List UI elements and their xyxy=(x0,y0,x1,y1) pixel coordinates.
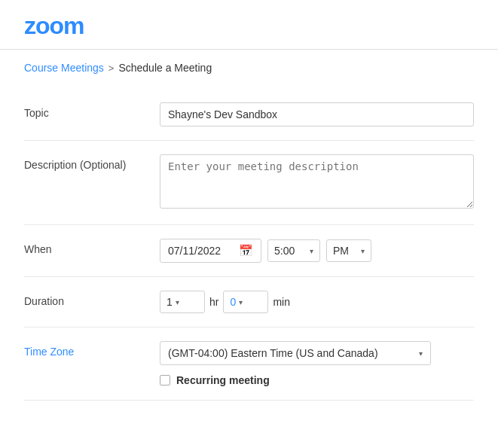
hr-label: hr xyxy=(209,296,218,308)
topic-input[interactable] xyxy=(160,102,474,126)
recurring-row: Recurring meeting xyxy=(160,374,474,386)
hours-select[interactable]: 1 ▾ xyxy=(160,291,205,313)
hours-value: 1 xyxy=(167,296,173,308)
time-value: 5:00 xyxy=(274,245,307,257)
description-label: Description (Optional) xyxy=(24,154,145,171)
duration-field: 1 ▾ hr 0 ▾ min xyxy=(160,291,474,313)
ampm-value: PM xyxy=(333,245,358,257)
timezone-select[interactable]: (GMT-04:00) Eastern Time (US and Canada)… xyxy=(160,341,431,365)
when-field: 📅 5:00 ▾ PM ▾ xyxy=(160,239,474,263)
recurring-checkbox[interactable] xyxy=(160,375,170,386)
calendar-icon: 📅 xyxy=(239,244,253,258)
zoom-logo: zoom xyxy=(24,12,474,40)
min-label: min xyxy=(273,296,290,308)
ampm-select[interactable]: PM ▾ xyxy=(326,239,371,262)
date-input[interactable] xyxy=(168,245,234,257)
when-row: When 📅 5:00 ▾ PM ▾ xyxy=(24,225,474,277)
recurring-label: Recurring meeting xyxy=(176,374,270,386)
form-container: Topic Description (Optional) When 📅 5:00… xyxy=(0,89,498,401)
topic-label: Topic xyxy=(24,102,145,119)
ampm-chevron-icon: ▾ xyxy=(361,247,365,255)
timezone-row: Time Zone (GMT-04:00) Eastern Time (US a… xyxy=(24,328,474,401)
topic-field xyxy=(160,102,474,126)
description-input[interactable] xyxy=(160,154,474,209)
hours-chevron-icon: ▾ xyxy=(176,298,179,306)
time-select[interactable]: 5:00 ▾ xyxy=(267,239,320,262)
time-chevron-icon: ▾ xyxy=(310,247,313,255)
minutes-value: 0 xyxy=(230,296,236,308)
breadcrumb-separator: > xyxy=(108,62,115,74)
duration-row: Duration 1 ▾ hr 0 ▾ min xyxy=(24,277,474,328)
description-field xyxy=(160,154,474,211)
minutes-select[interactable]: 0 ▾ xyxy=(223,291,268,313)
timezone-chevron-icon: ▾ xyxy=(419,349,423,358)
breadcrumb: Course Meetings > Schedule a Meeting xyxy=(0,50,498,89)
breadcrumb-current: Schedule a Meeting xyxy=(118,62,212,74)
timezone-field: (GMT-04:00) Eastern Time (US and Canada)… xyxy=(160,341,474,386)
when-label: When xyxy=(24,239,145,255)
date-input-wrapper[interactable]: 📅 xyxy=(160,239,261,263)
breadcrumb-link[interactable]: Course Meetings xyxy=(24,62,104,74)
duration-label: Duration xyxy=(24,291,145,307)
description-row: Description (Optional) xyxy=(24,141,474,225)
timezone-value: (GMT-04:00) Eastern Time (US and Canada) xyxy=(168,347,414,359)
topic-row: Topic xyxy=(24,89,474,141)
header: zoom xyxy=(0,0,498,50)
minutes-chevron-icon: ▾ xyxy=(239,298,243,306)
timezone-label: Time Zone xyxy=(24,341,145,358)
